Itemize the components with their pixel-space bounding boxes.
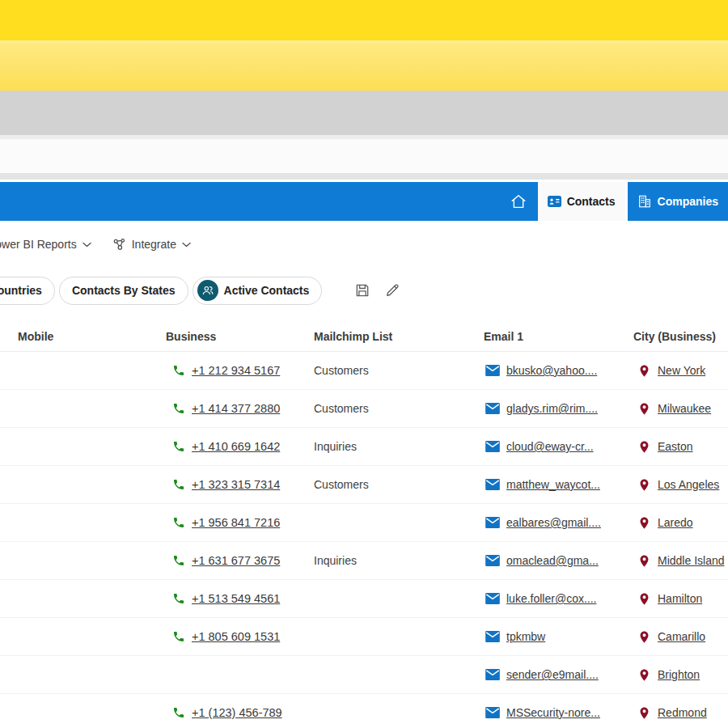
city-link[interactable]: Redmond [637, 706, 728, 720]
business-phone-link[interactable]: +1 410 669 1642 [172, 440, 303, 453]
view-switcher-row: Contacts By Countries Contacts By States… [0, 276, 728, 305]
business-phone-link[interactable]: +1 956 841 7216 [172, 516, 303, 529]
email-value[interactable]: sender@e9mail.... [506, 668, 599, 681]
email-value[interactable]: tpkmbw [506, 630, 545, 643]
city-value[interactable]: Easton [658, 440, 693, 453]
business-phone-value[interactable]: +1 631 677 3675 [192, 554, 280, 567]
city-link[interactable]: Easton [637, 440, 728, 454]
cell-email1: gladys.rim@rim.... [469, 402, 627, 415]
chip-active-contacts[interactable]: Active Contacts [193, 277, 323, 305]
column-header-mobile[interactable]: Mobile [0, 330, 154, 343]
map-pin-icon [637, 630, 651, 644]
city-link[interactable]: Laredo [637, 516, 728, 530]
city-value[interactable]: Brighton [658, 668, 700, 681]
city-link[interactable]: Brighton [637, 668, 728, 682]
menu-item-integrate[interactable]: Integrate [112, 238, 191, 252]
city-link[interactable]: New York [637, 364, 728, 378]
email-link[interactable]: matthew_waycot... [485, 478, 627, 491]
city-value[interactable]: Milwaukee [658, 402, 711, 415]
business-phone-link[interactable]: +1 631 677 3675 [172, 554, 303, 567]
edit-view-button[interactable] [382, 280, 403, 301]
email-link[interactable]: gladys.rim@rim.... [485, 402, 627, 415]
email-link[interactable]: tpkmbw [485, 630, 627, 643]
table-row[interactable]: +1 513 549 4561 luke.foller@cox.... Hami… [0, 580, 728, 618]
email-value[interactable]: omaclead@gma... [506, 554, 599, 567]
phone-icon [172, 706, 185, 719]
map-pin-icon [637, 440, 651, 454]
column-header-city-business[interactable]: City (Business) [627, 330, 728, 343]
email-value[interactable]: bkusko@yahoo.... [506, 364, 597, 377]
email-value[interactable]: ealbares@gmail.... [506, 516, 601, 529]
email-value[interactable]: gladys.rim@rim.... [506, 402, 598, 415]
business-phone-value[interactable]: +1 410 669 1642 [192, 440, 280, 453]
email-link[interactable]: ealbares@gmail.... [485, 516, 627, 529]
mail-icon [485, 517, 500, 528]
table-row[interactable]: +1 631 677 3675 Inquiries omaclead@gma..… [0, 542, 728, 580]
business-phone-link[interactable]: +1 212 934 5167 [172, 364, 303, 377]
business-phone-link[interactable]: +1 513 549 4561 [172, 592, 303, 605]
building-icon [637, 194, 652, 209]
column-header-mailchimp-list[interactable]: Mailchimp List [303, 330, 469, 343]
business-phone-value[interactable]: +1 513 549 4561 [192, 592, 280, 605]
email-link[interactable]: cloud@eway-cr... [485, 440, 627, 453]
business-phone-value[interactable]: +1 956 841 7216 [192, 516, 280, 529]
phone-icon [172, 592, 185, 605]
business-phone-link[interactable]: +1 (123) 456-789 [172, 706, 303, 719]
chip-contacts-by-states[interactable]: Contacts By States [59, 277, 188, 305]
city-value[interactable]: Redmond [658, 706, 707, 719]
map-pin-icon [637, 516, 651, 530]
business-phone-value[interactable]: +1 (123) 456-789 [192, 706, 282, 719]
email-value[interactable]: MSSecurity-nore... [506, 706, 600, 719]
city-link[interactable]: Camarillo [637, 630, 728, 644]
table-row[interactable]: +1 805 609 1531 tpkmbw Camarillo [0, 618, 728, 656]
cell-email1: matthew_waycot... [469, 478, 627, 491]
table-row[interactable]: +1 (123) 456-789 MSSecurity-nore... Redm… [0, 694, 728, 728]
phone-icon [172, 630, 185, 643]
people-icon [197, 280, 218, 301]
city-link[interactable]: Los Angeles [637, 478, 728, 492]
email-value[interactable]: luke.foller@cox.... [506, 592, 596, 605]
email-link[interactable]: MSSecurity-nore... [485, 706, 627, 719]
table-row[interactable]: +1 323 315 7314 Customers matthew_waycot… [0, 466, 728, 504]
table-row[interactable]: +1 414 377 2880 Customers gladys.rim@rim… [0, 390, 728, 428]
table-row[interactable]: +1 410 669 1642 Inquiries cloud@eway-cr.… [0, 428, 728, 466]
email-link[interactable]: sender@e9mail.... [485, 668, 627, 681]
city-link[interactable]: Hamilton [637, 592, 728, 606]
business-phone-link[interactable]: +1 414 377 2880 [172, 402, 303, 415]
table-row[interactable]: +1 956 841 7216 ealbares@gmail.... Lared… [0, 504, 728, 542]
city-value[interactable]: Laredo [658, 516, 693, 529]
email-link[interactable]: luke.foller@cox.... [485, 592, 627, 605]
tab-companies[interactable]: Companies [625, 182, 728, 221]
business-phone-value[interactable]: +1 212 934 5167 [192, 364, 280, 377]
column-header-business[interactable]: Business [154, 330, 303, 343]
cell-city-business: New York [627, 364, 728, 378]
city-link[interactable]: Middle Island [637, 554, 728, 568]
business-phone-value[interactable]: +1 805 609 1531 [192, 630, 280, 643]
email-link[interactable]: omaclead@gma... [485, 554, 627, 567]
save-view-button[interactable] [352, 280, 373, 301]
email-link[interactable]: bkusko@yahoo.... [485, 364, 627, 377]
city-value[interactable]: Los Angeles [658, 478, 719, 491]
map-pin-icon [637, 592, 651, 606]
mail-icon [485, 479, 500, 490]
table-row[interactable]: sender@e9mail.... Brighton [0, 656, 728, 694]
chevron-down-icon [83, 242, 91, 248]
cell-business: +1 513 549 4561 [154, 592, 303, 605]
city-link[interactable]: Milwaukee [637, 402, 728, 416]
email-value[interactable]: cloud@eway-cr... [506, 440, 594, 453]
column-header-email1[interactable]: Email 1 [469, 330, 627, 343]
email-value[interactable]: matthew_waycot... [506, 478, 600, 491]
table-row[interactable]: +1 212 934 5167 Customers bkusko@yahoo..… [0, 352, 728, 390]
menu-item-power-bi-reports[interactable]: Power BI Reports [0, 238, 91, 251]
business-phone-value[interactable]: +1 323 315 7314 [192, 478, 280, 491]
home-button[interactable] [499, 182, 538, 221]
tab-contacts[interactable]: Contacts [538, 182, 625, 221]
chip-contacts-by-countries[interactable]: Contacts By Countries [0, 277, 55, 305]
business-phone-value[interactable]: +1 414 377 2880 [192, 402, 280, 415]
city-value[interactable]: Hamilton [658, 592, 702, 605]
city-value[interactable]: New York [658, 364, 705, 377]
city-value[interactable]: Camarillo [658, 630, 705, 643]
business-phone-link[interactable]: +1 323 315 7314 [172, 478, 303, 491]
business-phone-link[interactable]: +1 805 609 1531 [172, 630, 303, 643]
city-value[interactable]: Middle Island [658, 554, 725, 567]
